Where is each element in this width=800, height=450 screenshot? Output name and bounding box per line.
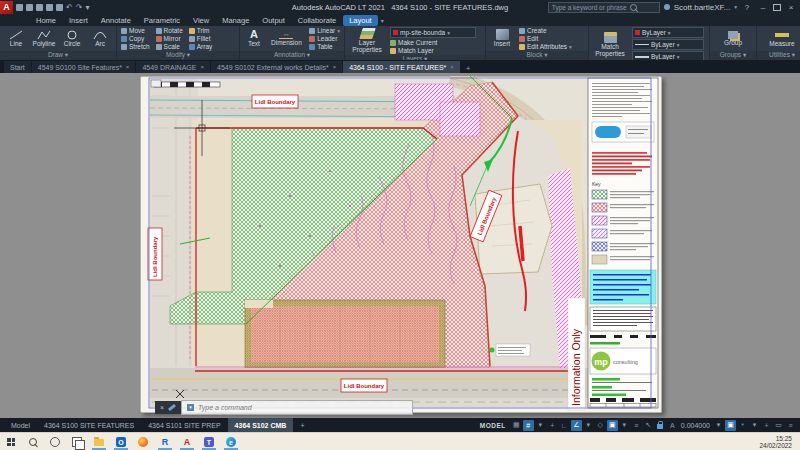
dimension-button[interactable]: ↔Dimension xyxy=(269,30,304,47)
scale-button[interactable]: Scale xyxy=(156,43,183,50)
edit-attributes-button[interactable]: Edit Attributes▾ xyxy=(519,43,572,50)
lineweight-display-icon[interactable]: ≡ xyxy=(631,420,642,431)
file-tab-1[interactable]: 4549 S0100 Site Features*× xyxy=(32,61,136,73)
revu-button[interactable]: R xyxy=(154,434,176,450)
snap-mode-icon[interactable]: # xyxy=(523,420,534,431)
match-layer-button[interactable]: Match Layer xyxy=(390,47,476,54)
linetype-dropdown[interactable]: ByLayer▾ xyxy=(632,39,704,50)
minimize-button[interactable]: – xyxy=(757,3,769,12)
polar-dropdown-icon[interactable]: ▾ xyxy=(583,420,594,431)
help-icon[interactable]: ? xyxy=(741,3,753,12)
save-as-icon[interactable] xyxy=(46,4,53,11)
circle-button[interactable]: Circle xyxy=(60,30,84,48)
create-block-button[interactable]: Create xyxy=(519,27,572,34)
lineweight-dropdown[interactable]: ByLayer▾ xyxy=(632,51,704,60)
tab-insert[interactable]: Insert xyxy=(63,15,94,26)
snap-dropdown-icon[interactable]: ▾ xyxy=(535,420,546,431)
plot-icon[interactable] xyxy=(56,4,63,11)
drawing-canvas[interactable]: Lidl Boundary Lidl Boundary Lidl Boundar… xyxy=(0,73,800,418)
tab-view[interactable]: View xyxy=(187,15,215,26)
close-tab-icon[interactable]: × xyxy=(450,64,454,70)
customization-plus-icon[interactable]: + xyxy=(761,420,772,431)
redo-icon[interactable]: ↷ xyxy=(76,4,83,11)
open-file-icon[interactable] xyxy=(26,4,33,11)
autocad-taskbar-button[interactable]: A xyxy=(176,434,198,450)
undo-icon[interactable]: ↶ xyxy=(66,4,73,11)
copy-button[interactable]: Copy xyxy=(121,35,150,42)
search-input[interactable]: Type a keyword or phrase xyxy=(548,2,660,13)
group-button[interactable]: Group xyxy=(718,31,748,47)
workspace-dropdown-icon[interactable]: ▾ xyxy=(749,420,760,431)
line-button[interactable]: Line xyxy=(4,30,28,48)
polyline-button[interactable]: Polyline xyxy=(32,30,56,48)
task-view-button[interactable] xyxy=(66,434,88,450)
measure-button[interactable]: Measure xyxy=(764,30,800,48)
stretch-button[interactable]: Stretch xyxy=(121,43,150,50)
new-file-icon[interactable] xyxy=(16,4,23,11)
osnap-dropdown-icon[interactable]: ▾ xyxy=(619,420,630,431)
polar-tracking-icon[interactable]: ∠ xyxy=(571,420,582,431)
new-drawing-tab-button[interactable]: + xyxy=(461,64,476,73)
close-tab-icon[interactable]: × xyxy=(126,64,130,70)
tab-layout[interactable]: Layout xyxy=(343,15,378,26)
new-layout-button[interactable]: + xyxy=(293,418,311,432)
leader-button[interactable]: Leader xyxy=(309,35,340,42)
tab-parametric[interactable]: Parametric xyxy=(138,15,186,26)
annotation-visibility-icon[interactable]: A xyxy=(667,420,678,431)
file-tab-start[interactable]: Start xyxy=(4,61,31,73)
layer-dropdown[interactable]: mp-site-bounda ▾ xyxy=(390,27,476,38)
tab-collaborate[interactable]: Collaborate xyxy=(292,15,342,26)
recent-commands-icon[interactable]: ▾ xyxy=(187,404,194,411)
panel-title-utilities[interactable]: Utilities ▾ xyxy=(757,51,800,60)
workspace-switching-icon[interactable]: * xyxy=(737,420,748,431)
close-tab-icon[interactable]: × xyxy=(200,64,204,70)
firefox-button[interactable] xyxy=(132,434,154,450)
start-button[interactable] xyxy=(0,434,22,450)
edge-button[interactable]: e xyxy=(220,434,242,450)
match-properties-button[interactable]: Match Properties xyxy=(593,32,627,57)
layout-tab-s102-active[interactable]: 4364 S102 CMB xyxy=(228,418,294,432)
trim-button[interactable]: Trim xyxy=(189,27,213,34)
grid-display-icon[interactable]: ▦ xyxy=(511,420,522,431)
user-dropdown-icon[interactable]: ▾ xyxy=(734,4,737,10)
isodraft-icon[interactable]: ◇ xyxy=(595,420,606,431)
save-icon[interactable] xyxy=(36,4,43,11)
array-button[interactable]: Array xyxy=(189,43,213,50)
ortho-mode-icon[interactable]: ∟ xyxy=(559,420,570,431)
taskbar-clock[interactable]: 15:25 24/02/2022 xyxy=(759,435,800,450)
edit-block-button[interactable]: Edit xyxy=(519,35,572,42)
command-input[interactable]: ▾ Type a command xyxy=(181,400,413,415)
file-tab-2[interactable]: 4549 DRAINAGE× xyxy=(136,61,210,73)
selection-cycling-icon[interactable]: ↖ xyxy=(643,420,654,431)
tab-options-dropdown-icon[interactable]: ▾ xyxy=(379,17,384,24)
ui-lock-icon[interactable] xyxy=(655,420,666,431)
layer-properties-button[interactable]: Layer Properties xyxy=(349,28,385,53)
mirror-button[interactable]: Mirror xyxy=(156,35,183,42)
tab-annotate[interactable]: Annotate xyxy=(95,15,137,26)
customization-menu-icon[interactable]: ≡ xyxy=(785,420,796,431)
panel-title-modify[interactable]: Modify ▾ xyxy=(117,51,239,60)
arc-button[interactable]: Arc xyxy=(88,30,112,48)
tab-home[interactable]: Home xyxy=(30,15,62,26)
close-button[interactable]: × xyxy=(785,3,797,12)
autocad-app-icon[interactable]: A xyxy=(0,1,13,14)
qat-dropdown-icon[interactable]: ▾ xyxy=(85,4,89,11)
tab-output[interactable]: Output xyxy=(256,15,291,26)
dynamic-input-icon[interactable]: + xyxy=(547,420,558,431)
outlook-button[interactable]: O xyxy=(110,434,132,450)
scale-dropdown-icon[interactable]: ▾ xyxy=(713,420,724,431)
linear-button[interactable]: Linear▾ xyxy=(309,27,340,34)
rotate-button[interactable]: Rotate xyxy=(156,27,183,34)
restore-button[interactable] xyxy=(773,4,781,11)
file-tab-3[interactable]: 4549 S0102 External works Details*× xyxy=(211,61,342,73)
search-icon[interactable] xyxy=(630,4,637,11)
teams-button[interactable]: T xyxy=(198,434,220,450)
layout-tab-s101[interactable]: 4364 S101 SITE PREP xyxy=(141,418,227,432)
user-avatar-icon[interactable] xyxy=(664,4,670,10)
command-line[interactable]: × ▾ Type a command xyxy=(155,401,413,414)
panel-title-draw[interactable]: Draw ▾ xyxy=(0,51,116,60)
drawing-viewport[interactable]: Lidl Boundary Lidl Boundary Lidl Boundar… xyxy=(140,76,662,413)
panel-title-block[interactable]: Block ▾ xyxy=(486,51,588,60)
annotation-scale-sync-icon[interactable]: ▣ xyxy=(725,420,736,431)
insert-block-button[interactable]: Insert xyxy=(490,29,514,48)
